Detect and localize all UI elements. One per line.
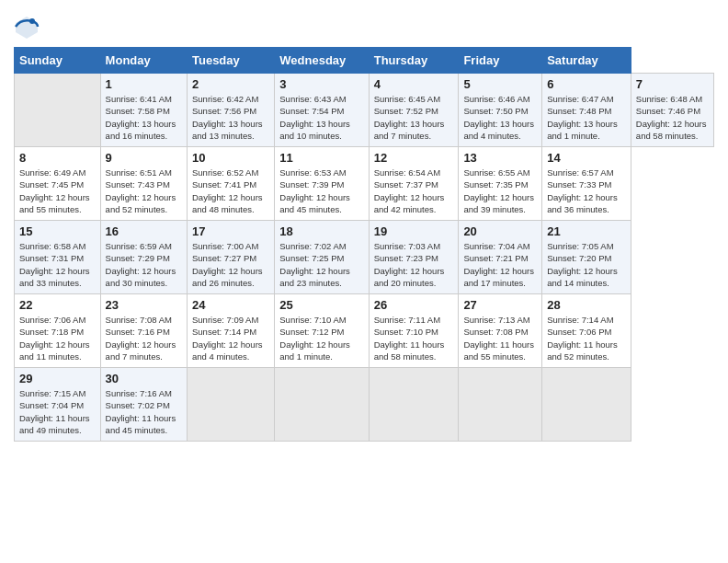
day-info: Sunrise: 6:43 AMSunset: 7:54 PMDaylight:…	[279, 93, 363, 142]
day-number: 14	[547, 151, 626, 165]
day-number: 1	[106, 77, 182, 91]
day-info: Sunrise: 6:48 AMSunset: 7:46 PMDaylight:…	[636, 93, 709, 142]
weekday-header-tuesday: Tuesday	[187, 48, 274, 74]
day-number: 21	[547, 224, 626, 238]
calendar-cell	[459, 368, 542, 442]
calendar-cell: 12Sunrise: 6:54 AMSunset: 7:37 PMDayligh…	[369, 147, 459, 221]
logo	[14, 14, 44, 40]
day-info: Sunrise: 6:59 AMSunset: 7:29 PMDaylight:…	[106, 240, 182, 289]
day-info: Sunrise: 7:06 AMSunset: 7:18 PMDaylight:…	[19, 314, 96, 362]
day-number: 12	[374, 151, 454, 165]
day-info: Sunrise: 7:08 AMSunset: 7:16 PMDaylight:…	[106, 314, 182, 362]
day-info: Sunrise: 6:54 AMSunset: 7:37 PMDaylight:…	[374, 167, 454, 215]
calendar-cell: 13Sunrise: 6:55 AMSunset: 7:35 PMDayligh…	[459, 147, 542, 221]
day-info: Sunrise: 7:10 AMSunset: 7:12 PMDaylight:…	[279, 314, 363, 362]
day-number: 16	[106, 224, 182, 238]
day-number: 15	[19, 224, 96, 238]
calendar-cell	[187, 368, 274, 442]
day-number: 28	[547, 298, 626, 312]
day-number: 11	[279, 151, 363, 165]
day-number: 27	[463, 298, 537, 312]
calendar-cell: 29Sunrise: 7:15 AMSunset: 7:04 PMDayligh…	[15, 368, 101, 442]
day-info: Sunrise: 7:00 AMSunset: 7:27 PMDaylight:…	[192, 240, 269, 289]
calendar-cell: 21Sunrise: 7:05 AMSunset: 7:20 PMDayligh…	[542, 221, 631, 294]
calendar-cell: 30Sunrise: 7:16 AMSunset: 7:02 PMDayligh…	[100, 368, 187, 442]
day-info: Sunrise: 6:42 AMSunset: 7:56 PMDaylight:…	[192, 93, 269, 142]
day-info: Sunrise: 6:49 AMSunset: 7:45 PMDaylight:…	[19, 167, 96, 215]
day-info: Sunrise: 7:11 AMSunset: 7:10 PMDaylight:…	[374, 314, 454, 362]
day-number: 6	[547, 77, 626, 91]
day-info: Sunrise: 6:41 AMSunset: 7:58 PMDaylight:…	[106, 93, 182, 142]
day-info: Sunrise: 7:16 AMSunset: 7:02 PMDaylight:…	[106, 387, 182, 436]
calendar-cell: 1Sunrise: 6:41 AMSunset: 7:58 PMDaylight…	[100, 74, 187, 147]
day-number: 23	[106, 298, 182, 312]
day-info: Sunrise: 6:52 AMSunset: 7:41 PMDaylight:…	[192, 167, 269, 215]
day-info: Sunrise: 7:09 AMSunset: 7:14 PMDaylight:…	[192, 314, 269, 362]
day-number: 30	[106, 372, 182, 385]
day-number: 5	[463, 77, 537, 91]
day-info: Sunrise: 7:04 AMSunset: 7:21 PMDaylight:…	[463, 240, 537, 289]
day-number: 25	[279, 298, 363, 312]
calendar-cell: 2Sunrise: 6:42 AMSunset: 7:56 PMDaylight…	[187, 74, 274, 147]
calendar-cell: 7Sunrise: 6:48 AMSunset: 7:46 PMDaylight…	[631, 74, 713, 147]
calendar-cell: 10Sunrise: 6:52 AMSunset: 7:41 PMDayligh…	[187, 147, 274, 221]
day-number: 9	[106, 151, 182, 165]
day-info: Sunrise: 6:51 AMSunset: 7:43 PMDaylight:…	[106, 167, 182, 215]
weekday-header-monday: Monday	[100, 48, 187, 74]
day-number: 3	[279, 77, 363, 91]
calendar-cell: 24Sunrise: 7:09 AMSunset: 7:14 PMDayligh…	[187, 294, 274, 368]
calendar-cell: 17Sunrise: 7:00 AMSunset: 7:27 PMDayligh…	[187, 221, 274, 294]
day-info: Sunrise: 6:53 AMSunset: 7:39 PMDaylight:…	[279, 167, 363, 215]
calendar-cell: 6Sunrise: 6:47 AMSunset: 7:48 PMDaylight…	[542, 74, 631, 147]
calendar-cell: 5Sunrise: 6:46 AMSunset: 7:50 PMDaylight…	[459, 74, 542, 147]
calendar-cell: 28Sunrise: 7:14 AMSunset: 7:06 PMDayligh…	[542, 294, 631, 368]
calendar-cell: 27Sunrise: 7:13 AMSunset: 7:08 PMDayligh…	[459, 294, 542, 368]
day-number: 8	[19, 151, 96, 165]
calendar-cell: 3Sunrise: 6:43 AMSunset: 7:54 PMDaylight…	[275, 74, 369, 147]
day-info: Sunrise: 7:05 AMSunset: 7:20 PMDaylight:…	[547, 240, 626, 289]
day-info: Sunrise: 6:58 AMSunset: 7:31 PMDaylight:…	[19, 240, 96, 289]
day-info: Sunrise: 6:46 AMSunset: 7:50 PMDaylight:…	[463, 93, 537, 142]
calendar-cell: 23Sunrise: 7:08 AMSunset: 7:16 PMDayligh…	[100, 294, 187, 368]
svg-point-2	[29, 18, 35, 24]
day-number: 7	[636, 77, 709, 91]
calendar-cell	[542, 368, 631, 442]
day-info: Sunrise: 6:55 AMSunset: 7:35 PMDaylight:…	[463, 167, 537, 215]
weekday-header-thursday: Thursday	[369, 48, 459, 74]
day-number: 2	[192, 77, 269, 91]
day-number: 19	[374, 224, 454, 238]
calendar-cell: 11Sunrise: 6:53 AMSunset: 7:39 PMDayligh…	[275, 147, 369, 221]
calendar-cell	[15, 74, 101, 147]
calendar-cell: 9Sunrise: 6:51 AMSunset: 7:43 PMDaylight…	[100, 147, 187, 221]
calendar-cell: 20Sunrise: 7:04 AMSunset: 7:21 PMDayligh…	[459, 221, 542, 294]
day-info: Sunrise: 6:57 AMSunset: 7:33 PMDaylight:…	[547, 167, 626, 215]
calendar-cell: 16Sunrise: 6:59 AMSunset: 7:29 PMDayligh…	[100, 221, 187, 294]
day-info: Sunrise: 6:45 AMSunset: 7:52 PMDaylight:…	[374, 93, 454, 142]
day-number: 20	[463, 224, 537, 238]
calendar-cell: 26Sunrise: 7:11 AMSunset: 7:10 PMDayligh…	[369, 294, 459, 368]
weekday-header-sunday: Sunday	[15, 48, 101, 74]
day-number: 4	[374, 77, 454, 91]
logo-icon	[14, 14, 40, 40]
calendar-cell: 18Sunrise: 7:02 AMSunset: 7:25 PMDayligh…	[275, 221, 369, 294]
day-number: 17	[192, 224, 269, 238]
day-number: 18	[279, 224, 363, 238]
calendar-cell: 25Sunrise: 7:10 AMSunset: 7:12 PMDayligh…	[275, 294, 369, 368]
calendar-cell: 22Sunrise: 7:06 AMSunset: 7:18 PMDayligh…	[15, 294, 101, 368]
day-info: Sunrise: 7:15 AMSunset: 7:04 PMDaylight:…	[19, 387, 96, 436]
weekday-header-saturday: Saturday	[542, 48, 631, 74]
day-number: 29	[19, 372, 96, 385]
day-info: Sunrise: 6:47 AMSunset: 7:48 PMDaylight:…	[547, 93, 626, 142]
calendar-cell	[369, 368, 459, 442]
weekday-header-friday: Friday	[459, 48, 542, 74]
day-info: Sunrise: 7:02 AMSunset: 7:25 PMDaylight:…	[279, 240, 363, 289]
calendar-cell: 15Sunrise: 6:58 AMSunset: 7:31 PMDayligh…	[15, 221, 101, 294]
weekday-header-wednesday: Wednesday	[275, 48, 369, 74]
day-number: 10	[192, 151, 269, 165]
calendar-cell: 8Sunrise: 6:49 AMSunset: 7:45 PMDaylight…	[15, 147, 101, 221]
day-number: 24	[192, 298, 269, 312]
day-info: Sunrise: 7:03 AMSunset: 7:23 PMDaylight:…	[374, 240, 454, 289]
day-number: 13	[463, 151, 537, 165]
day-info: Sunrise: 7:13 AMSunset: 7:08 PMDaylight:…	[463, 314, 537, 362]
calendar-cell: 19Sunrise: 7:03 AMSunset: 7:23 PMDayligh…	[369, 221, 459, 294]
